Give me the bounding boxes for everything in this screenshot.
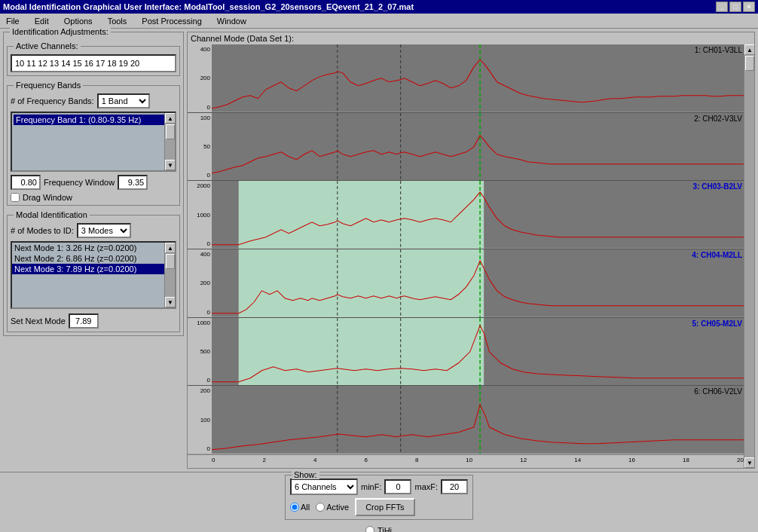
- scroll-up-btn[interactable]: ▲: [165, 113, 176, 124]
- identification-adjustments-title: Identification Adjustments:: [10, 27, 111, 36]
- modes-scroll-down[interactable]: ▼: [165, 297, 176, 307]
- active-radio-row: Active: [316, 503, 349, 512]
- modes-scroll-up[interactable]: ▲: [165, 243, 176, 253]
- chart-label-5: 5: CH05-M2LV: [692, 320, 743, 328]
- modes-scroll-thumb[interactable]: [166, 254, 175, 269]
- y-axis-3: 2000 1000 0: [188, 181, 212, 249]
- minF-input[interactable]: [384, 479, 411, 494]
- minimize-button[interactable]: _: [716, 2, 728, 12]
- chart-scroll-thumb[interactable]: [745, 56, 754, 71]
- chart-scroll-down[interactable]: ▼: [744, 457, 754, 468]
- freq-band-item[interactable]: Frequency Band 1: (0.80-9.35 Hz): [14, 115, 173, 125]
- menu-post-processing[interactable]: Post Processing: [139, 16, 204, 26]
- menu-window[interactable]: Window: [214, 16, 249, 26]
- active-radio[interactable]: [316, 503, 325, 512]
- mode-item-3[interactable]: Next Mode 3: 7.89 Hz (z=0.0200): [12, 264, 175, 274]
- chart-label-1: 1: CH01-V3LL: [695, 46, 742, 54]
- modal-id-group: Modal Identification # of Modes to ID: 3…: [7, 215, 180, 332]
- maximize-button[interactable]: □: [729, 2, 741, 12]
- show-group: Show: 6 Channels 4 Channels minF: maxF: …: [285, 475, 473, 520]
- modes-scroll-track: [165, 253, 175, 297]
- y-axis-6: 200 100 0: [188, 386, 212, 454]
- menu-file[interactable]: File: [3, 16, 23, 26]
- chart-svg-5: [212, 318, 744, 386]
- all-radio-label: All: [301, 503, 310, 512]
- right-panel: Channel Mode (Data Set 1): 400 200 0: [187, 32, 755, 469]
- all-radio-row: All: [290, 503, 310, 512]
- tihi-radio[interactable]: [365, 526, 374, 532]
- channel-select[interactable]: 6 Channels 4 Channels: [290, 478, 358, 495]
- tihi-label: TiHi: [377, 526, 392, 532]
- chart-svg-6: [212, 386, 744, 454]
- maxF-label: maxF:: [414, 482, 438, 491]
- num-modes-label: # of Modes to ID:: [11, 226, 74, 235]
- chart-svg-2: [212, 113, 744, 181]
- minF-label: minF:: [361, 482, 382, 491]
- chart-svg-1: [212, 44, 744, 112]
- freq-window-min-input[interactable]: [11, 175, 41, 190]
- modal-id-title: Modal Identification: [14, 210, 90, 219]
- num-modes-select[interactable]: 3 Modes: [77, 223, 131, 238]
- drag-window-row: Drag Window: [11, 193, 176, 202]
- active-channels-group: Active Channels: 10 11 12 13 14 15 16 17…: [7, 46, 180, 76]
- main-content: Identification Adjustments: Active Chann…: [0, 29, 758, 472]
- charts-scrollbar[interactable]: ▲ ▼: [744, 44, 754, 468]
- x-axis-labels: 0 2 4 6 8 10 12 14 16 18 20: [212, 455, 744, 468]
- chart-row-2: 100 50 0 2: CH02-V3LV: [188, 113, 744, 182]
- scroll-track: [165, 124, 175, 160]
- menu-options[interactable]: Options: [61, 16, 96, 26]
- x-axis-row: 0 2 4 6 8 10 12 14 16 18 20: [188, 454, 744, 468]
- mode-item-2[interactable]: Next Mode 2: 6.86 Hz (z=0.0200): [12, 253, 175, 264]
- svg-rect-26: [212, 386, 744, 454]
- menu-edit[interactable]: Edit: [32, 16, 52, 26]
- drag-window-label: Drag Window: [23, 193, 72, 202]
- active-radio-label: Active: [326, 503, 349, 512]
- freq-list-scrollbar[interactable]: ▲ ▼: [164, 113, 175, 170]
- menu-tools[interactable]: Tools: [105, 16, 130, 26]
- maxF-input[interactable]: [441, 479, 468, 494]
- channel-row: 6 Channels 4 Channels minF: maxF:: [290, 478, 468, 495]
- svg-rect-0: [212, 44, 744, 112]
- all-radio[interactable]: [290, 503, 299, 512]
- show-title: Show:: [292, 470, 319, 479]
- set-next-mode-input[interactable]: [69, 313, 99, 329]
- scroll-down-btn[interactable]: ▼: [165, 160, 176, 170]
- y-axis-4: 400 200 0: [188, 249, 212, 317]
- chart-scroll-track: [744, 55, 754, 457]
- close-button[interactable]: ×: [743, 2, 755, 12]
- svg-rect-21: [239, 318, 484, 386]
- drag-window-checkbox[interactable]: [11, 193, 20, 202]
- num-bands-row: # of Frequency Bands: 1 Band 2 Bands: [11, 93, 176, 109]
- crop-ffts-button[interactable]: Crop FFTs: [355, 498, 414, 516]
- modes-list: Next Mode 1: 3.26 Hz (z=0.0200) Next Mod…: [11, 241, 176, 309]
- svg-rect-8: [212, 181, 239, 249]
- scroll-thumb[interactable]: [166, 124, 175, 139]
- freq-window-max-input[interactable]: [118, 175, 148, 190]
- chart-scroll-up[interactable]: ▲: [744, 44, 754, 55]
- num-bands-label: # of Frequency Bands:: [11, 96, 94, 105]
- signal-type-radios: TiHi FFT: [365, 526, 393, 532]
- bottom-panel: Show: 6 Channels 4 Channels minF: maxF: …: [0, 472, 758, 532]
- num-bands-select[interactable]: 1 Band 2 Bands: [97, 93, 150, 109]
- left-panel: Identification Adjustments: Active Chann…: [3, 32, 184, 469]
- set-next-mode-label: Set Next Mode: [11, 316, 66, 326]
- menu-bar: File Edit Options Tools Post Processing …: [0, 14, 758, 29]
- freq-window-label: Frequency Window: [44, 178, 115, 187]
- y-axis-1: 400 200 0: [188, 44, 212, 112]
- window-title: Modal Identification Graphical User Inte…: [3, 2, 414, 11]
- active-channels-title: Active Channels:: [14, 41, 81, 50]
- svg-rect-10: [484, 181, 744, 249]
- chart-row-3: 2000 1000 0: [188, 181, 744, 249]
- mode-item-1[interactable]: Next Mode 1: 3.26 Hz (z=0.0200): [12, 243, 175, 253]
- freq-window-row: Frequency Window: [11, 175, 176, 190]
- num-modes-row: # of Modes to ID: 3 Modes: [11, 223, 176, 238]
- charts-title: Channel Mode (Data Set 1):: [188, 32, 754, 44]
- chart-row-6: 200 100 0 6: CH06-V2LV: [188, 386, 744, 454]
- svg-rect-20: [212, 318, 239, 386]
- svg-rect-4: [212, 113, 744, 181]
- y-axis-2: 100 50 0: [188, 113, 212, 181]
- chart-label-4: 4: CH04-M2LL: [692, 251, 742, 259]
- chart-row-1: 400 200 0: [188, 44, 744, 113]
- y-axis-5: 1000 500 0: [188, 318, 212, 386]
- modes-scrollbar[interactable]: ▲ ▼: [164, 243, 175, 307]
